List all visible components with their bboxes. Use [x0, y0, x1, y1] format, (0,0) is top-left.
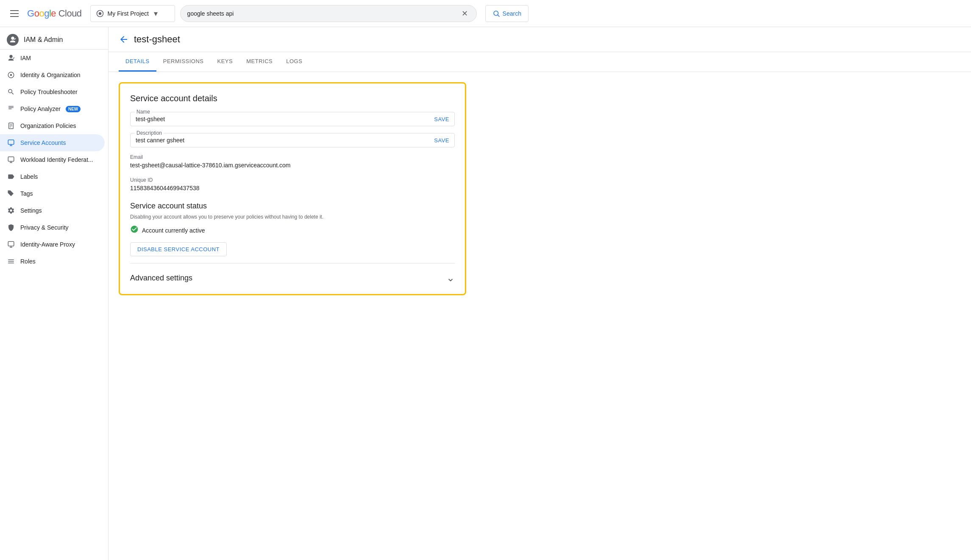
- tab-permissions[interactable]: PERMISSIONS: [156, 52, 211, 72]
- sidebar-item-label-service-accounts: Service Accounts: [20, 139, 66, 146]
- tabs-bar: DETAILS PERMISSIONS KEYS METRICS LOGS: [109, 52, 971, 72]
- sidebar-item-privacy-security[interactable]: Privacy & Security: [0, 219, 105, 236]
- tab-details[interactable]: DETAILS: [119, 52, 156, 72]
- policy-analyzer-icon: [7, 105, 15, 113]
- sidebar-item-settings[interactable]: Settings: [0, 202, 105, 219]
- sidebar-item-label-workload-identity: Workload Identity Federat...: [20, 156, 93, 163]
- unique-id-field-group: Unique ID 115838436044699437538: [130, 177, 455, 191]
- svg-point-5: [10, 74, 12, 76]
- main-layout: IAM & Admin IAM Identity & Organization …: [0, 27, 971, 560]
- search-button-label: Search: [503, 10, 521, 17]
- settings-icon: [7, 206, 15, 215]
- status-section-title: Service account status: [130, 202, 455, 211]
- sidebar-item-roles[interactable]: Roles: [0, 253, 105, 270]
- main-content: Service account details Name test-gsheet…: [109, 72, 971, 305]
- status-active-indicator: Account currently active: [130, 225, 455, 236]
- svg-rect-17: [8, 260, 14, 261]
- google-cloud-logo[interactable]: Google Cloud: [27, 8, 82, 19]
- svg-rect-14: [8, 157, 14, 161]
- sidebar-item-org-policies[interactable]: Organization Policies: [0, 117, 105, 134]
- iam-admin-icon: [7, 34, 19, 46]
- details-card: Service account details Name test-gsheet…: [119, 82, 466, 295]
- sidebar-item-label-policy-analyzer: Policy Analyzer: [20, 105, 61, 112]
- status-section: Service account status Disabling your ac…: [130, 202, 455, 256]
- tab-keys[interactable]: KEYS: [211, 52, 240, 72]
- project-icon: [96, 9, 104, 18]
- name-field-value: test-gsheet: [136, 116, 434, 122]
- svg-rect-13: [8, 140, 14, 144]
- identity-org-icon: [7, 71, 15, 79]
- hamburger-menu-button[interactable]: [7, 7, 22, 20]
- sidebar-item-service-accounts[interactable]: Service Accounts: [0, 134, 105, 151]
- svg-line-3: [498, 15, 499, 17]
- search-clear-icon[interactable]: ✕: [460, 7, 470, 20]
- sidebar-item-label-settings: Settings: [20, 207, 42, 214]
- status-description: Disabling your account allows you to pre…: [130, 214, 455, 220]
- new-badge: NEW: [66, 106, 81, 112]
- sidebar-item-label-policy-troubleshooter: Policy Troubleshooter: [20, 89, 78, 95]
- description-save-button[interactable]: SAVE: [434, 137, 449, 144]
- sidebar-header: IAM & Admin: [0, 27, 108, 50]
- sidebar: IAM & Admin IAM Identity & Organization …: [0, 27, 109, 560]
- logo-cloud: Cloud: [56, 8, 82, 19]
- sidebar-item-identity-aware-proxy[interactable]: Identity-Aware Proxy: [0, 236, 105, 253]
- search-bar[interactable]: ✕: [180, 5, 477, 22]
- tab-logs[interactable]: LOGS: [279, 52, 309, 72]
- section-title: Service account details: [130, 94, 455, 103]
- sidebar-item-workload-identity[interactable]: Workload Identity Federat...: [0, 151, 105, 168]
- sidebar-item-tags[interactable]: Tags: [0, 185, 105, 202]
- sidebar-item-label-labels: Labels: [20, 173, 38, 180]
- unique-id-label: Unique ID: [130, 177, 455, 183]
- svg-rect-6: [8, 106, 14, 107]
- logo-o1: o: [34, 8, 39, 19]
- sidebar-item-label-tags: Tags: [20, 190, 33, 197]
- disable-service-account-button[interactable]: DISABLE SERVICE ACCOUNT: [130, 242, 227, 256]
- name-save-button[interactable]: SAVE: [434, 116, 449, 122]
- tags-icon: [7, 189, 15, 198]
- sidebar-item-label-privacy-security: Privacy & Security: [20, 224, 69, 231]
- search-button[interactable]: Search: [485, 5, 529, 22]
- project-selector[interactable]: My First Project ▾: [90, 5, 175, 22]
- sidebar-item-labels[interactable]: Labels: [0, 168, 105, 185]
- check-circle-icon: [130, 225, 139, 236]
- back-button[interactable]: [119, 34, 129, 44]
- sidebar-item-label-identity-aware-proxy: Identity-Aware Proxy: [20, 241, 75, 248]
- advanced-settings-label: Advanced settings: [130, 274, 192, 283]
- description-field-value: test canner gsheet: [136, 137, 434, 144]
- advanced-settings-toggle[interactable]: Advanced settings ⌄: [130, 263, 455, 284]
- sidebar-item-identity-org[interactable]: Identity & Organization: [0, 67, 105, 83]
- svg-point-2: [494, 11, 498, 16]
- policy-troubleshooter-icon: [7, 88, 15, 96]
- sidebar-item-policy-troubleshooter[interactable]: Policy Troubleshooter: [0, 83, 105, 100]
- description-field-row: test canner gsheet SAVE: [136, 137, 449, 144]
- content-area: test-gsheet DETAILS PERMISSIONS KEYS MET…: [109, 27, 971, 560]
- project-chevron-icon: ▾: [154, 9, 158, 18]
- email-label: Email: [130, 154, 455, 160]
- svg-rect-8: [8, 108, 12, 109]
- sidebar-item-label-org-policies: Organization Policies: [20, 122, 76, 129]
- email-value: test-gsheet@causal-lattice-378610.iam.gs…: [130, 162, 455, 169]
- identity-aware-proxy-icon: [7, 240, 15, 249]
- search-input[interactable]: [187, 10, 460, 17]
- email-field-group: Email test-gsheet@causal-lattice-378610.…: [130, 154, 455, 169]
- tab-metrics[interactable]: METRICS: [239, 52, 279, 72]
- service-accounts-icon: [7, 139, 15, 147]
- svg-rect-18: [8, 261, 14, 262]
- roles-icon: [7, 257, 15, 266]
- unique-id-value: 115838436044699437538: [130, 185, 455, 191]
- status-active-label: Account currently active: [142, 227, 205, 234]
- svg-rect-16: [8, 241, 14, 246]
- description-field-label: Description: [135, 130, 164, 136]
- sidebar-item-policy-analyzer[interactable]: Policy Analyzer NEW: [0, 100, 105, 117]
- project-name: My First Project: [108, 10, 149, 17]
- sidebar-item-iam[interactable]: IAM: [0, 50, 105, 67]
- page-title: test-gsheet: [134, 34, 180, 45]
- logo-e: e: [51, 8, 56, 19]
- org-policies-icon: [7, 122, 15, 130]
- svg-rect-19: [8, 263, 14, 263]
- name-field-wrapper: Name test-gsheet SAVE: [130, 112, 455, 126]
- logo-g: G: [27, 8, 34, 19]
- sidebar-item-label-identity-org: Identity & Organization: [20, 72, 81, 78]
- name-field-row: test-gsheet SAVE: [136, 116, 449, 122]
- description-field-wrapper: Description test canner gsheet SAVE: [130, 133, 455, 147]
